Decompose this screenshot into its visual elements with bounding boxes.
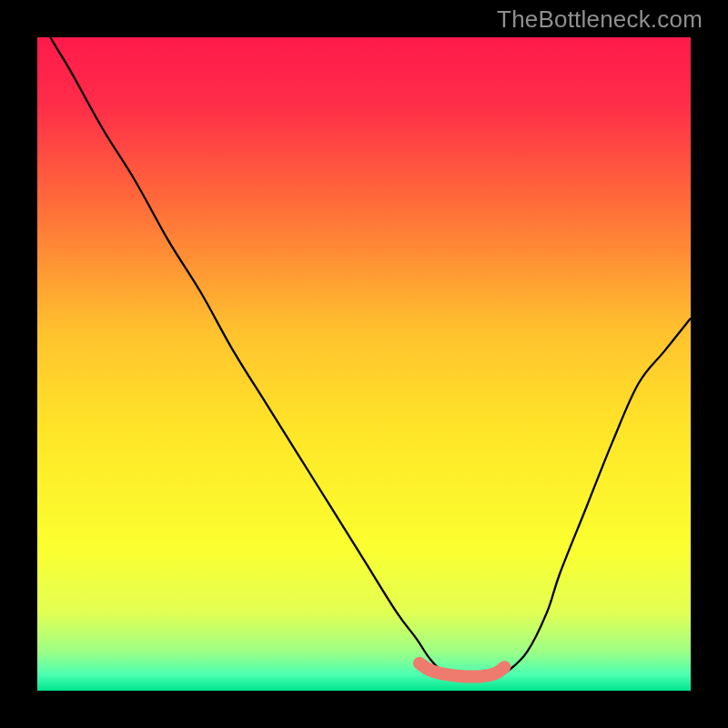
plot-area	[37, 37, 691, 691]
chart-frame: TheBottleneck.com	[0, 0, 728, 728]
gradient-background	[37, 37, 691, 691]
optimal-marker	[414, 658, 425, 669]
chart-svg	[37, 37, 691, 691]
watermark-label: TheBottleneck.com	[497, 5, 703, 34]
